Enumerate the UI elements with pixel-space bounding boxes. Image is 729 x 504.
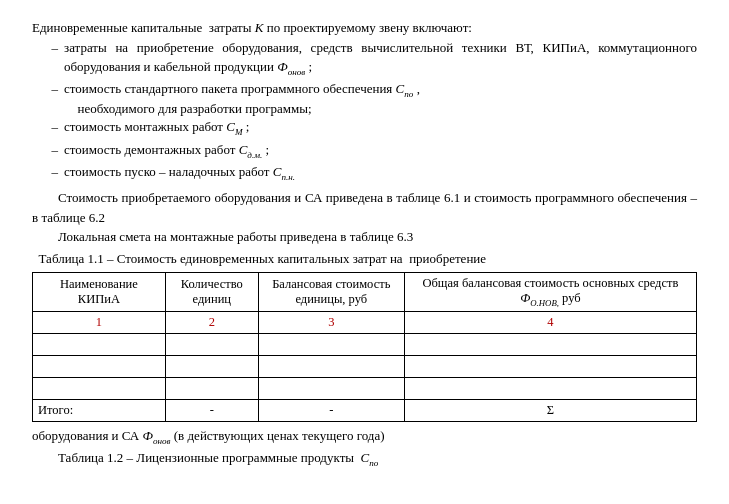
dash-3: – (52, 117, 59, 139)
list-item-1: – затраты на приобретение оборудования, … (52, 38, 698, 80)
cell-2-3 (258, 355, 404, 377)
header-col-1: Наименование КИПиА (33, 273, 166, 312)
page-content: Единовременные капитальные затраты К по … (32, 18, 697, 470)
cell-1-3 (258, 333, 404, 355)
cell-2-1 (33, 355, 166, 377)
cell-3-3 (258, 377, 404, 399)
cell-2-4 (404, 355, 696, 377)
item-text-5: стоимость пуско – наладочных работ Сп.н. (64, 162, 295, 184)
cell-3-2 (165, 377, 258, 399)
total-row: Итого: - - Σ (33, 399, 697, 421)
item-text-1: затраты на приобретение оборудования, ср… (64, 38, 697, 80)
row-num-3: 3 (258, 311, 404, 333)
table-row (33, 377, 697, 399)
table-row (33, 355, 697, 377)
row-num-4: 4 (404, 311, 696, 333)
list-item-2: – стоимость стандартного пакета программ… (52, 79, 698, 101)
total-col-4: Σ (404, 399, 696, 421)
title-text: Единовременные капитальные затраты К по … (32, 20, 472, 35)
cell-3-1 (33, 377, 166, 399)
item-continuation-2: необходимого для разработки программы; (78, 101, 698, 117)
para-2: Локальная смета на монтажные работы прив… (32, 227, 697, 247)
dash-5: – (52, 162, 59, 184)
table-row (33, 333, 697, 355)
total-col-2: - (165, 399, 258, 421)
item-text-4: стоимость демонтажных работ Сд.м. ; (64, 140, 269, 162)
list-item-4: – стоимость демонтажных работ Сд.м. ; (52, 140, 698, 162)
dash-2: – (52, 79, 59, 101)
list-item-5: – стоимость пуско – наладочных работ Сп.… (52, 162, 698, 184)
dash-1: – (52, 38, 59, 80)
cell-1-2 (165, 333, 258, 355)
cell-1-1 (33, 333, 166, 355)
row-num-2: 2 (165, 311, 258, 333)
item-text-2: стоимость стандартного пакета программно… (64, 79, 420, 101)
table-title: Таблица 1.1 – Стоимость единовременных к… (32, 249, 697, 269)
total-label: Итого: (33, 399, 166, 421)
total-col-3: - (258, 399, 404, 421)
dash-4: – (52, 140, 59, 162)
main-table: Наименование КИПиА Количество единиц Бал… (32, 272, 697, 422)
item-text-3: стоимость монтажных работ СМ ; (64, 117, 249, 139)
cell-2-2 (165, 355, 258, 377)
header-col-3: Балансовая стоимость единицы, руб (258, 273, 404, 312)
list-item-3: – стоимость монтажных работ СМ ; (52, 117, 698, 139)
title-paragraph: Единовременные капитальные затраты К по … (32, 18, 697, 38)
para-1: Стоимость приобретаемого оборудования и … (32, 188, 697, 227)
cell-1-4 (404, 333, 696, 355)
cell-3-4 (404, 377, 696, 399)
header-col-4: Общая балансовая стоимость основных сред… (404, 273, 696, 312)
row-num-1: 1 (33, 311, 166, 333)
header-col-2: Количество единиц (165, 273, 258, 312)
footer-text-2: Таблица 1.2 – Лицензионные программные п… (32, 448, 697, 470)
footer-text-1: оборудования и СА Фонов (в действующих ц… (32, 426, 697, 448)
